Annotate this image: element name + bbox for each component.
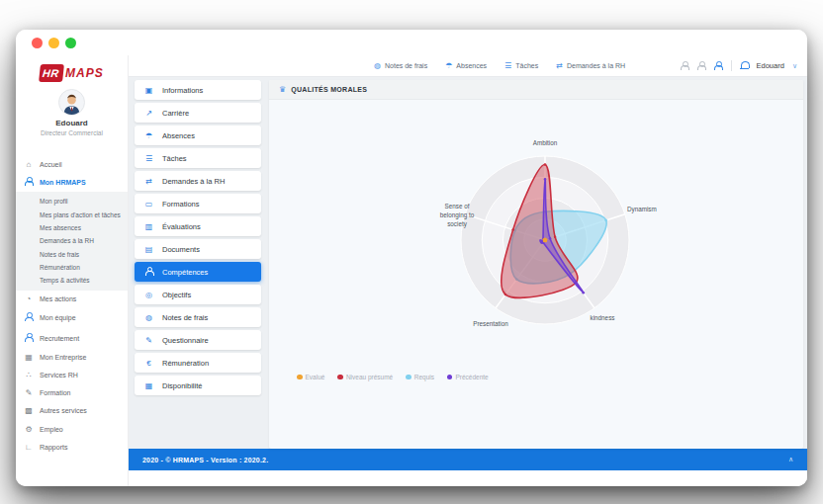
series-point — [544, 178, 547, 181]
minimize-window-button[interactable] — [48, 38, 59, 48]
quick-link-label: Absences — [456, 62, 487, 69]
sidebar-item-accueil[interactable]: ⌂ Accueil — [16, 156, 128, 173]
sidebar-item-8[interactable]: ⚙Empleo — [16, 420, 128, 438]
sidebar-subitem-4[interactable]: Demandes à la RH — [16, 234, 128, 247]
menu-item-carri-re[interactable]: ↗Carrière — [135, 103, 261, 123]
quick-link-label: Demandes à la RH — [567, 62, 625, 69]
sidebar-subitem-1[interactable]: Mon profil — [16, 195, 128, 208]
footer-bar: 2020 - © HRMAPS - Version : 2020.2. ∧ — [129, 449, 807, 470]
menu-item-label: Disponibilité — [162, 381, 202, 390]
sidebar-item-mon-hrmaps[interactable]: Mon HRMAPS — [16, 173, 128, 192]
sidebar-item-4[interactable]: ▦Mon Entreprise — [16, 348, 128, 366]
sidebar-item-6[interactable]: ✎Formation — [16, 384, 128, 402]
sidebar-subitem-6[interactable]: Rémunération — [16, 261, 128, 274]
sidebar-subitem-5[interactable]: Notes de frais — [16, 248, 128, 261]
menu-item-label: Tâches — [162, 154, 187, 163]
sidebar-item-7[interactable]: ▩Autres services — [16, 402, 128, 420]
menu-item-disponibilit-[interactable]: ▦Disponibilité — [135, 376, 261, 395]
menu-item-documents[interactable]: ▤Documents — [135, 239, 261, 259]
menu-item-comp-tences[interactable]: Compétences — [135, 262, 261, 282]
sidebar-item-9[interactable]: ∟Rapports — [16, 438, 128, 456]
legend-item-1[interactable]: Evalué — [297, 374, 324, 380]
hrmaps-logo[interactable]: HR MAPS — [16, 64, 128, 82]
sidebar-item-label: Rapports — [40, 444, 67, 451]
menu-item-label: Questionnaire — [162, 336, 209, 345]
questionnaire-icon: ✎ — [143, 336, 154, 345]
org-users-icon[interactable] — [697, 61, 706, 70]
quick-link-2[interactable]: ☂Absences — [445, 61, 487, 70]
quick-link-4[interactable]: ⇄Demandes à la RH — [556, 61, 625, 70]
training-board-icon: ▭ — [143, 200, 154, 209]
award-icon: ♛ — [279, 85, 286, 94]
menu-item-t-ches[interactable]: ☰Tâches — [135, 148, 261, 168]
umbrella-icon: ☂ — [143, 131, 154, 140]
sidebar-item-label: Recrutement — [40, 335, 79, 342]
sidebar-subitem-3[interactable]: Mes absences — [16, 221, 128, 234]
menu-item-label: Carrière — [162, 109, 189, 118]
sidebar-sections: ◔Mes actionsMon équipeRecrutement▦Mon En… — [16, 291, 128, 457]
sidebar-nav: ⌂ Accueil Mon HRMAPS Mon profilMes plans… — [16, 156, 128, 456]
quick-link-1[interactable]: ◍Notes de frais — [374, 61, 427, 70]
top-header: ◍Notes de frais☂Absences☰Tâches⇄Demandes… — [129, 55, 807, 77]
menu-item--valuations[interactable]: ▥Évaluations — [135, 216, 261, 236]
legend-item-3[interactable]: Requis — [406, 374, 434, 380]
team-icon — [24, 312, 34, 323]
menu-item-absences[interactable]: ☂Absences — [135, 126, 261, 145]
menu-item-notes-de-frais[interactable]: ◍Notes de frais — [135, 307, 261, 327]
footer-collapse-icon[interactable]: ∧ — [788, 456, 793, 463]
menu-item-demandes-la-rh[interactable]: ⇄Demandes à la RH — [135, 171, 261, 191]
contacts-icon[interactable] — [681, 61, 689, 70]
profile-menu-column: ▣Informations↗Carrière☂Absences☰Tâches⇄D… — [135, 80, 261, 449]
menu-item-formations[interactable]: ▭Formations — [135, 194, 261, 213]
menu-item-label: Rémunération — [162, 359, 209, 368]
window-bottom-strip — [129, 470, 807, 486]
sidebar-subitem-2[interactable]: Mes plans d'action et tâches — [16, 208, 128, 220]
logo-hr-badge: HR — [39, 64, 64, 82]
menu-item-label: Absences — [162, 131, 195, 140]
quick-link-3[interactable]: ☰Tâches — [504, 61, 538, 70]
series-point — [511, 228, 514, 231]
legend-label: Précédente — [455, 374, 488, 380]
legend-dot — [406, 375, 412, 380]
legend-dot — [447, 375, 453, 380]
home-icon: ⌂ — [24, 160, 34, 169]
competences-panel: ♛ QUALITÉS MORALES AmbitionDynamismkindn… — [269, 80, 803, 449]
transfer-icon: ⇄ — [556, 61, 563, 70]
money-icon: € — [143, 359, 154, 368]
menu-item-objectifs[interactable]: ◎Objectifs — [135, 285, 261, 304]
footer-version-text: 2020 - © HRMAPS - Version : 2020.2. — [142, 457, 268, 463]
umbrella-icon: ☂ — [445, 61, 452, 70]
menu-item-questionnaire[interactable]: ✎Questionnaire — [135, 330, 261, 350]
header-user-name[interactable]: Edouard — [757, 61, 784, 70]
zoom-window-button[interactable] — [65, 38, 76, 48]
close-window-button[interactable] — [32, 38, 43, 48]
task-list-icon: ☰ — [504, 61, 511, 70]
legend-item-4[interactable]: Précédente — [447, 374, 489, 380]
user-name: Edouard — [16, 119, 128, 127]
menu-item-label: Compétences — [162, 268, 208, 277]
sidebar-item-3[interactable]: Recrutement — [16, 328, 128, 348]
divider — [731, 60, 732, 71]
menu-item-label: Formations — [162, 200, 200, 209]
panel-header: ♛ QUALITÉS MORALES — [269, 80, 803, 100]
sidebar-item-1[interactable]: ◔Mes actions — [16, 291, 128, 308]
target-icon: ◎ — [143, 291, 154, 299]
legend-dot — [297, 375, 303, 380]
menu-item-r-mun-ration[interactable]: €Rémunération — [135, 353, 261, 373]
task-list-icon: ☰ — [143, 154, 154, 163]
notifications-bell-icon[interactable] — [740, 61, 749, 71]
sidebar-item-label: Mon HRMAPS — [40, 179, 86, 186]
profile-icon[interactable] — [714, 61, 723, 70]
avatar[interactable] — [58, 89, 85, 116]
menu-item-informations[interactable]: ▣Informations — [135, 80, 261, 100]
legend-item-2[interactable]: Niveau présumé — [337, 374, 393, 380]
sidebar-subitem-7[interactable]: Temps & activités — [16, 274, 128, 287]
window-titlebar — [16, 30, 807, 55]
main-area: ◍Notes de frais☂Absences☰Tâches⇄Demandes… — [129, 55, 807, 486]
sidebar-item-5[interactable]: ∴Services RH — [16, 366, 128, 383]
series-point — [544, 163, 547, 166]
id-card-icon: ▣ — [143, 86, 154, 95]
series-point — [504, 294, 507, 296]
chevron-down-icon[interactable]: ∨ — [792, 62, 797, 70]
sidebar-item-2[interactable]: Mon équipe — [16, 308, 128, 328]
